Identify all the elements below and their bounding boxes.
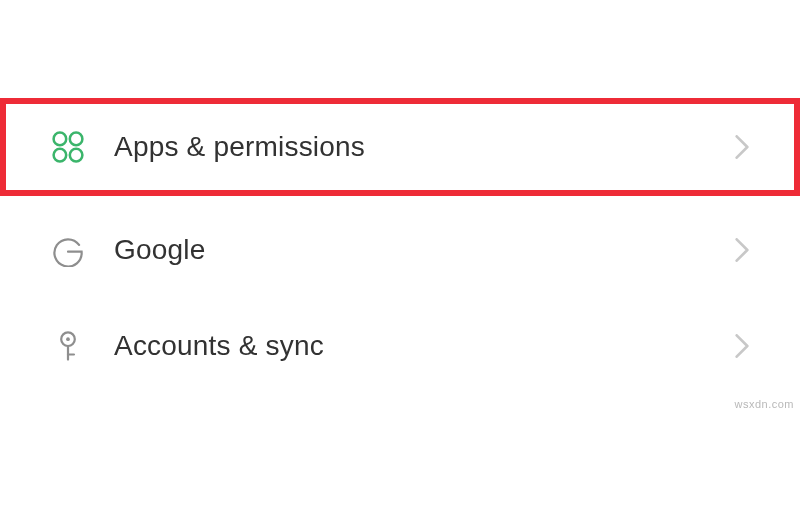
google-icon <box>46 228 90 272</box>
svg-point-2 <box>54 149 67 162</box>
settings-list: Apps & permissions Google <box>0 0 800 394</box>
chevron-right-icon <box>730 135 754 159</box>
key-icon <box>46 324 90 368</box>
settings-row-google[interactable]: Google <box>0 202 800 298</box>
chevron-right-icon <box>730 334 754 358</box>
settings-row-label: Accounts & sync <box>114 330 730 362</box>
settings-row-apps-permissions[interactable]: Apps & permissions <box>0 98 800 196</box>
svg-point-0 <box>54 133 67 146</box>
svg-point-5 <box>66 337 70 341</box>
settings-row-label: Google <box>114 234 730 266</box>
watermark: wsxdn.com <box>734 398 794 410</box>
settings-row-label: Apps & permissions <box>114 131 730 163</box>
apps-icon <box>46 125 90 169</box>
svg-point-3 <box>70 149 83 162</box>
settings-row-accounts-sync[interactable]: Accounts & sync <box>0 298 800 394</box>
chevron-right-icon <box>730 238 754 262</box>
svg-point-1 <box>70 133 83 146</box>
